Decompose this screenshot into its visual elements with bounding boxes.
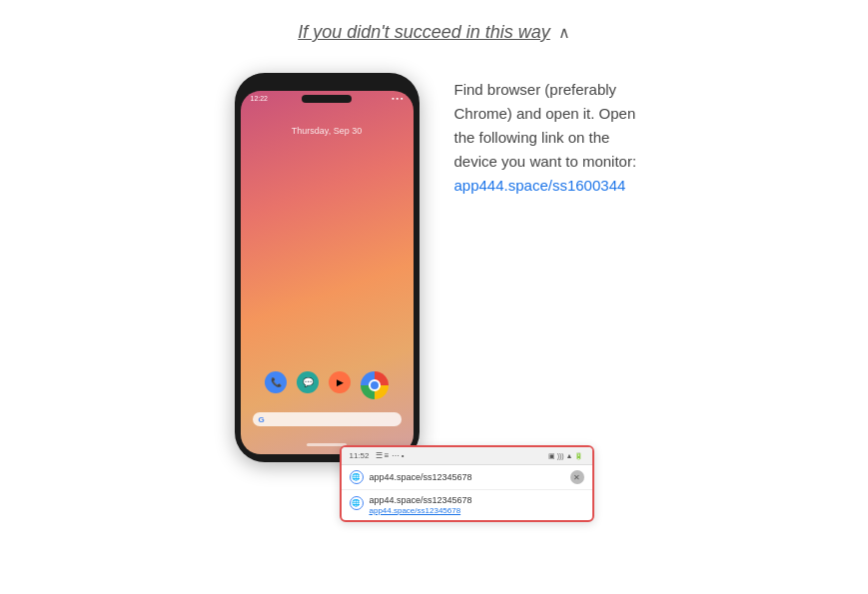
description-text-part1: Find browser (preferably Chrome) and ope… — [454, 81, 637, 170]
chrome-icon — [361, 371, 389, 399]
content-area: 12:22 ▪ ▪ ▪ Thursday, Sep 30 📞 💬 ▶ G — [225, 73, 644, 472]
browser-suggestion-row[interactable]: 🌐 app44.space/ss12345678 app44.space/ss1… — [342, 490, 592, 520]
header-title[interactable]: If you didn't succeed in this way — [298, 22, 550, 43]
suggestion-text-block: app44.space/ss12345678 app44.space/ss123… — [370, 495, 472, 515]
browser-close-button[interactable]: ✕ — [570, 470, 584, 484]
google-g-logo: G — [259, 415, 265, 424]
browser-status-icons: ☰ ≡ ⋯ • — [376, 451, 405, 460]
suggestion-globe-icon: 🌐 — [350, 496, 364, 510]
phone-date: Thursday, Sep 30 — [241, 126, 414, 136]
browser-url-text[interactable]: app44.space/ss12345678 — [370, 472, 564, 482]
browser-overlay: 11:52 ☰ ≡ ⋯ • ▣ ))) ▲ 🔋 🌐 app44.space/ss… — [340, 445, 594, 522]
phone-app-icon-3: ▶ — [329, 371, 351, 393]
browser-globe-icon: 🌐 — [350, 470, 364, 484]
phone-app-icon-1: 📞 — [265, 371, 287, 393]
phone-app-icons: 📞 💬 ▶ — [241, 371, 414, 399]
browser-url-bar[interactable]: 🌐 app44.space/ss12345678 ✕ — [342, 465, 592, 490]
browser-connectivity-icons: ▣ ))) ▲ 🔋 — [548, 452, 584, 460]
phone-body: 12:22 ▪ ▪ ▪ Thursday, Sep 30 📞 💬 ▶ G — [235, 73, 420, 462]
phone-mockup: 12:22 ▪ ▪ ▪ Thursday, Sep 30 📞 💬 ▶ G — [225, 73, 425, 472]
phone-time: 12:22 — [251, 95, 269, 102]
description-panel: Find browser (preferably Chrome) and ope… — [454, 78, 644, 198]
suggestion-link-text[interactable]: app44.space/ss12345678 — [370, 506, 472, 515]
description-text: Find browser (preferably Chrome) and ope… — [454, 78, 644, 198]
phone-search-bar[interactable]: G — [253, 412, 402, 426]
browser-status-right: ▣ ))) ▲ 🔋 — [548, 452, 584, 460]
browser-time: 11:52 — [350, 451, 370, 460]
browser-status-left: 11:52 ☰ ≡ ⋯ • — [350, 451, 405, 460]
suggestion-main-text: app44.space/ss12345678 — [370, 495, 472, 505]
description-link[interactable]: app444.space/ss1600344 — [454, 177, 626, 194]
phone-notch — [302, 95, 352, 103]
header: If you didn't succeed in this way ∧ — [298, 22, 570, 43]
chevron-up-icon[interactable]: ∧ — [558, 23, 570, 42]
phone-icons: ▪ ▪ ▪ — [392, 95, 403, 102]
phone-screen: 12:22 ▪ ▪ ▪ Thursday, Sep 30 📞 💬 ▶ G — [241, 91, 414, 454]
phone-app-icon-2: 💬 — [297, 371, 319, 393]
chrome-inner — [369, 379, 381, 391]
browser-status-bar: 11:52 ☰ ≡ ⋯ • ▣ ))) ▲ 🔋 — [342, 447, 592, 465]
